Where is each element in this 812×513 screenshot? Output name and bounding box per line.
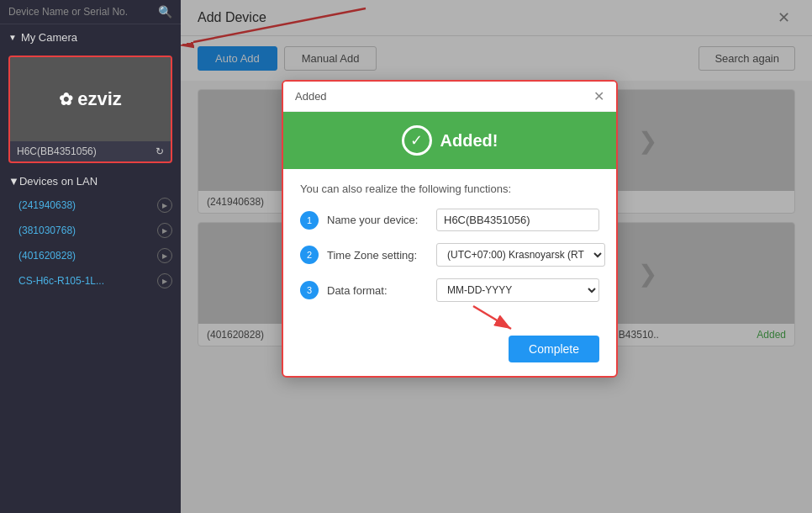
modal-body: You can also realize the following funct… xyxy=(283,169,616,327)
lan-device-item[interactable]: (241940638) ▶ xyxy=(0,193,181,218)
chevron-down-icon-lan: ▼ xyxy=(8,175,19,188)
play-icon-2: ▶ xyxy=(162,227,167,235)
field-num-2: 2 xyxy=(300,246,319,264)
modal-close-button[interactable]: ✕ xyxy=(593,88,604,104)
lan-device-item[interactable]: (401620828) ▶ xyxy=(0,243,181,268)
field-num-3: 3 xyxy=(300,281,319,299)
sidebar: 🔍 ▼ My Camera ✿ ezviz H6C(BB4351056) ↻ ▼ xyxy=(0,0,181,513)
name-device-row: 1 Name your device: xyxy=(300,209,599,231)
history-icon[interactable]: ↻ xyxy=(156,145,164,157)
search-icon[interactable]: 🔍 xyxy=(158,5,172,19)
timezone-row: 2 Time Zone setting: (UTC+07:00) Krasnoy… xyxy=(300,243,599,267)
name-device-input[interactable] xyxy=(436,209,599,231)
check-symbol: ✓ xyxy=(410,131,423,150)
sidebar-search-input[interactable] xyxy=(8,6,158,18)
devices-lan-section: ▼ Devices on LAN (241940638) ▶ (38103076… xyxy=(0,170,181,294)
play-button-2[interactable]: ▶ xyxy=(157,223,172,238)
my-camera-label: My Camera xyxy=(21,31,77,44)
date-format-select[interactable]: MM-DD-YYYY DD-MM-YYYY YYYY-MM-DD xyxy=(436,278,599,302)
play-button-4[interactable]: ▶ xyxy=(157,273,172,288)
chevron-down-icon: ▼ xyxy=(8,33,17,42)
timezone-select[interactable]: (UTC+07:00) Krasnoyarsk (RT(UTC+08:00) B… xyxy=(436,243,605,267)
my-camera-section-header[interactable]: ▼ My Camera xyxy=(0,24,181,50)
main-content: Add Device ✕ Auto Add Manual Add Search … xyxy=(181,0,812,513)
success-text: Added! xyxy=(440,131,498,151)
app-container: 🔍 ▼ My Camera ✿ ezviz H6C(BB4351056) ↻ ▼ xyxy=(0,0,812,513)
devices-lan-label: Devices on LAN xyxy=(19,175,98,188)
field-num-1: 1 xyxy=(300,211,319,230)
svg-line-1 xyxy=(473,306,511,329)
ezviz-brand-text: ezviz xyxy=(77,88,122,110)
play-icon-3: ▶ xyxy=(162,252,167,260)
timezone-label: Time Zone setting: xyxy=(327,249,428,262)
name-device-label: Name your device: xyxy=(327,214,428,226)
play-icon-4: ▶ xyxy=(162,278,167,285)
lan-device-label-3: (401620828) xyxy=(18,250,76,262)
lan-device-label-4: CS-H6c-R105-1L... xyxy=(18,275,104,287)
camera-card[interactable]: ✿ ezviz H6C(BB4351056) ↻ xyxy=(8,56,172,163)
ezviz-logo-icon: ✿ xyxy=(59,89,73,109)
play-icon-1: ▶ xyxy=(162,202,167,209)
modal-success-header: ✓ Added! xyxy=(283,112,616,169)
modal-subtitle: You can also realize the following funct… xyxy=(300,182,599,195)
devices-lan-header[interactable]: ▼ Devices on LAN xyxy=(0,170,181,193)
date-format-label: Data format: xyxy=(327,284,428,297)
camera-thumbnail: ✿ ezviz xyxy=(10,57,171,141)
success-check-icon: ✓ xyxy=(402,125,432,156)
modal-title-bar: Added ✕ xyxy=(283,82,616,112)
added-modal: Added ✕ ✓ Added! You can also realize th… xyxy=(282,80,618,378)
modal-footer: Complete xyxy=(283,327,616,376)
sidebar-search-bar: 🔍 xyxy=(0,0,181,24)
camera-name: H6C(BB4351056) xyxy=(17,145,97,157)
lan-device-label-2: (381030768) xyxy=(18,225,76,236)
date-format-row: 3 Data format: MM-DD-YYYY DD-MM-YYYY YYY… xyxy=(300,278,599,302)
red-arrow-icon xyxy=(465,302,532,336)
lan-device-label-1: (241940638) xyxy=(18,199,76,211)
complete-button[interactable]: Complete xyxy=(509,336,599,362)
camera-label-row: H6C(BB4351056) ↻ xyxy=(10,141,171,161)
modal-title: Added xyxy=(295,90,327,103)
play-button-3[interactable]: ▶ xyxy=(157,248,172,263)
lan-device-item[interactable]: (381030768) ▶ xyxy=(0,218,181,243)
ezviz-logo: ✿ ezviz xyxy=(59,88,122,110)
lan-device-item[interactable]: CS-H6c-R105-1L... ▶ xyxy=(0,268,181,294)
play-button-1[interactable]: ▶ xyxy=(157,198,172,213)
